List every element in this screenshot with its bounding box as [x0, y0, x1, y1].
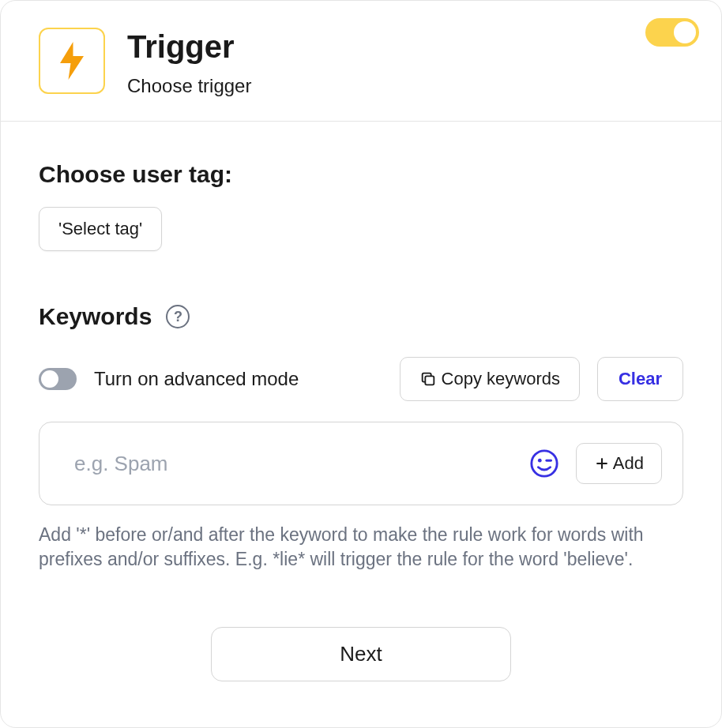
lightning-icon — [57, 42, 87, 80]
card-content: Choose user tag: 'Select tag' Keywords ?… — [1, 122, 721, 713]
svg-rect-0 — [425, 376, 434, 385]
keyword-input-container: Add — [39, 422, 683, 505]
add-button-label: Add — [613, 453, 644, 474]
copy-keywords-button[interactable]: Copy keywords — [400, 357, 580, 401]
copy-icon — [419, 370, 437, 388]
card-title: Trigger — [127, 29, 251, 64]
select-tag-button[interactable]: 'Select tag' — [39, 207, 162, 251]
svg-point-2 — [538, 459, 542, 463]
next-button[interactable]: Next — [211, 627, 511, 681]
emoji-picker-button[interactable] — [528, 448, 560, 479]
svg-point-1 — [532, 451, 557, 476]
trigger-card: Trigger Choose trigger Choose user tag: … — [0, 0, 722, 728]
add-keyword-button[interactable]: Add — [576, 443, 662, 484]
user-tag-label: Choose user tag: — [39, 161, 683, 188]
advanced-mode-toggle[interactable] — [39, 368, 77, 390]
title-block: Trigger Choose trigger — [127, 28, 251, 97]
card-header: Trigger Choose trigger — [1, 1, 721, 122]
keyword-input[interactable] — [74, 452, 513, 476]
keywords-label: Keywords — [39, 303, 152, 330]
main-toggle[interactable] — [645, 18, 699, 47]
clear-button[interactable]: Clear — [597, 357, 683, 401]
keyword-hint: Add '*' before or/and after the keyword … — [39, 523, 683, 572]
wink-emoji-icon — [529, 448, 559, 478]
help-icon[interactable]: ? — [166, 305, 190, 328]
advanced-mode-label: Turn on advanced mode — [94, 368, 299, 390]
card-subtitle: Choose trigger — [127, 75, 251, 97]
keywords-header: Keywords ? — [39, 303, 683, 330]
toggle-knob — [41, 370, 58, 388]
plus-icon — [594, 456, 610, 471]
copy-button-label: Copy keywords — [442, 369, 560, 389]
toggle-knob — [674, 21, 696, 43]
trigger-icon-box — [39, 28, 105, 94]
controls-row: Turn on advanced mode Copy keywords Clea… — [39, 357, 683, 401]
keywords-section: Keywords ? Turn on advanced mode Copy ke… — [39, 303, 683, 572]
